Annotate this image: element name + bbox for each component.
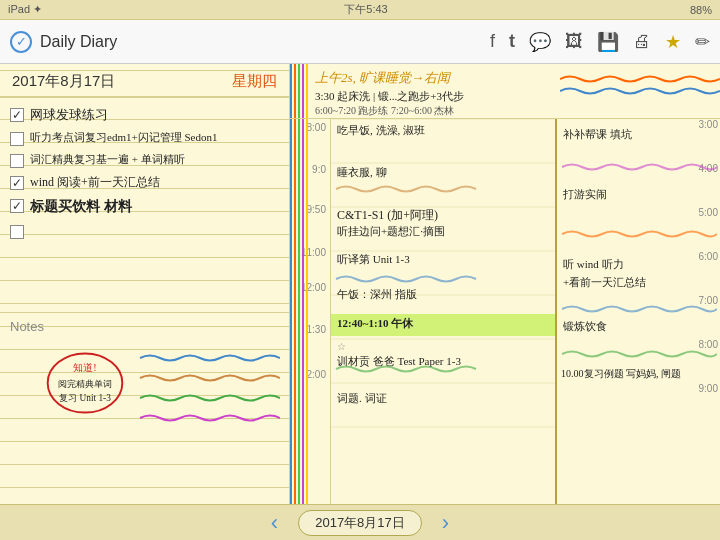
check-text-4: wind 阅读+前一天汇总结 bbox=[30, 174, 160, 191]
svg-text:6:00~7:20 跑步练  7:20~6:00 杰林: 6:00~7:20 跑步练 7:20~6:00 杰林 bbox=[315, 105, 454, 116]
sched-item: 训材贡 爸爸 Test Paper 1-3 bbox=[337, 354, 461, 369]
checkbox-4[interactable]: ✓ bbox=[10, 176, 24, 190]
save-icon[interactable]: 💾 bbox=[597, 31, 619, 53]
fr-time-label: 3:00 bbox=[699, 119, 718, 130]
left-panel: 2017年8月17日 星期四 ✓ 网球发球练习 听力考点词复习edm1+闪记管理… bbox=[0, 64, 290, 504]
fr-time-label: 6:00 bbox=[699, 251, 718, 262]
status-left: iPad ✦ bbox=[8, 3, 42, 16]
top-bar: ✓ Daily Diary f t 💬 🖼 💾 🖨 ★ ✏ bbox=[0, 20, 720, 64]
weekday-text: 星期四 bbox=[232, 72, 277, 91]
checkbox-2[interactable] bbox=[10, 132, 24, 146]
list-item: 听力考点词复习edm1+闪记管理 Sedon1 bbox=[10, 130, 279, 146]
nav-prev-button[interactable]: ‹ bbox=[271, 510, 278, 536]
fr-item: +看前一天汇总结 bbox=[563, 275, 646, 290]
far-right-column: 3:00 4:00 5:00 6:00 7:00 8:00 9:00 补补帮课 … bbox=[555, 119, 720, 504]
nav-next-button[interactable]: › bbox=[442, 510, 449, 536]
svg-text:知道!: 知道! bbox=[73, 362, 96, 373]
check-text-5: 标题买饮料 材料 bbox=[30, 197, 132, 217]
time-label: 12:00 bbox=[301, 282, 326, 293]
top-bar-right: f t 💬 🖼 💾 🖨 ★ ✏ bbox=[490, 31, 710, 53]
twitter-icon[interactable]: t bbox=[509, 31, 515, 52]
date-text: 2017年8月17日 bbox=[12, 72, 115, 91]
time-label: 1:30 bbox=[307, 324, 326, 335]
checklist: ✓ 网球发球练习 听力考点词复习edm1+闪记管理 Sedon1 词汇精典复习基… bbox=[0, 98, 289, 312]
wavy-far-right bbox=[557, 119, 717, 429]
chat-icon[interactable]: 💬 bbox=[529, 31, 551, 53]
fr-time-label: 4:00 bbox=[699, 163, 718, 174]
status-bar: iPad ✦ 下午5:43 88% bbox=[0, 0, 720, 20]
svg-text:3:30 起床洗 | 锻...之跑步+3代步: 3:30 起床洗 | 锻...之跑步+3代步 bbox=[315, 90, 464, 102]
sched-item: 词题. 词证 bbox=[337, 391, 387, 406]
fr-time-label: 5:00 bbox=[699, 207, 718, 218]
list-item: 词汇精典复习基一遍 + 单词精听 bbox=[10, 152, 279, 168]
notes-label: Notes bbox=[10, 319, 279, 334]
svg-point-0 bbox=[48, 353, 123, 412]
image-icon[interactable]: 🖼 bbox=[565, 31, 583, 52]
time-label: 9:50 bbox=[307, 204, 326, 215]
status-battery: 88% bbox=[690, 4, 712, 16]
top-wavy bbox=[560, 69, 720, 99]
checkbox-6[interactable] bbox=[10, 225, 24, 239]
time-column-left: 8:00 9:0 9:50 11:00 12:00 1:30 2:00 bbox=[290, 119, 330, 504]
sched-item: ☆ bbox=[337, 341, 346, 352]
fr-item: 听 wind 听力 bbox=[563, 257, 624, 272]
list-item bbox=[10, 223, 279, 239]
nav-date-label: 2017年8月17日 bbox=[298, 510, 422, 536]
checkbox-3[interactable] bbox=[10, 154, 24, 168]
sched-item: 睡衣服, 聊 bbox=[337, 165, 387, 180]
notes-content: 知道! 阅完精典单词 复习 Unit 1-3 bbox=[10, 338, 279, 498]
svg-text:上午2s, 旷课睡觉→右闻: 上午2s, 旷课睡觉→右闻 bbox=[315, 70, 452, 85]
fr-time-label: 9:00 bbox=[699, 383, 718, 394]
fr-item: 补补帮课 填坑 bbox=[563, 127, 632, 142]
check-text-3: 词汇精典复习基一遍 + 单词精听 bbox=[30, 152, 185, 167]
svg-text:复习 Unit 1-3: 复习 Unit 1-3 bbox=[59, 393, 111, 403]
date-header: 2017年8月17日 星期四 bbox=[0, 64, 289, 98]
app-title: Daily Diary bbox=[40, 33, 117, 51]
list-item: ✓ 标题买饮料 材料 bbox=[10, 197, 279, 217]
check-text-2: 听力考点词复习edm1+闪记管理 Sedon1 bbox=[30, 130, 217, 145]
top-bar-left: ✓ Daily Diary bbox=[10, 31, 490, 53]
wavy-decoration-notes bbox=[10, 338, 280, 428]
sched-item: 听译第 Unit 1-3 bbox=[337, 252, 410, 267]
checkbox-5[interactable]: ✓ bbox=[10, 199, 24, 213]
sched-item: 12:40~1:10 午休 bbox=[337, 316, 413, 331]
facebook-icon[interactable]: f bbox=[490, 31, 495, 52]
check-text-1: 网球发球练习 bbox=[30, 106, 108, 124]
sched-item: 午饭：深州 指版 bbox=[337, 287, 417, 302]
sched-item: 听挂边问+题想汇·摘围 bbox=[337, 224, 445, 239]
list-item: ✓ wind 阅读+前一天汇总结 bbox=[10, 174, 279, 191]
time-label: 8:00 bbox=[307, 122, 326, 133]
sched-item: C&T1-S1 (加+阿理) bbox=[337, 207, 438, 224]
time-label: 11:00 bbox=[301, 247, 326, 258]
svg-text:阅完精典单词: 阅完精典单词 bbox=[58, 379, 112, 389]
notes-section: Notes 知道! 阅完精典单词 复习 Unit 1-3 bbox=[0, 312, 289, 504]
fr-item: 10.00复习例题 写妈妈, 闸题 bbox=[561, 367, 681, 381]
fr-item: 锻炼饮食 bbox=[563, 319, 607, 334]
sched-item: 吃早饭, 洗澡, 淑班 bbox=[337, 123, 425, 138]
list-item: ✓ 网球发球练习 bbox=[10, 106, 279, 124]
fr-time-label: 8:00 bbox=[699, 339, 718, 350]
right-panel: 上午2s, 旷课睡觉→右闻 3:30 起床洗 | 锻...之跑步+3代步 6:0… bbox=[290, 64, 720, 504]
print-icon[interactable]: 🖨 bbox=[633, 31, 651, 52]
bottom-bar: ‹ 2017年8月17日 › bbox=[0, 504, 720, 540]
schedule-main: 吃早饭, 洗澡, 淑班 睡衣服, 聊 C&T1-S1 (加+阿理) 听挂边问+题… bbox=[330, 119, 555, 504]
star-icon[interactable]: ★ bbox=[665, 31, 681, 53]
stamp-icon: 知道! 阅完精典单词 复习 Unit 1-3 bbox=[40, 348, 130, 418]
time-label: 9:0 bbox=[312, 164, 326, 175]
status-time: 下午5:43 bbox=[344, 2, 387, 17]
edit-icon[interactable]: ✏ bbox=[695, 31, 710, 53]
fr-time-label: 7:00 bbox=[699, 295, 718, 306]
schedule-container: 8:00 9:0 9:50 11:00 12:00 1:30 2:00 bbox=[290, 119, 720, 504]
checkbox-1[interactable]: ✓ bbox=[10, 108, 24, 122]
fr-item: 打游实闹 bbox=[563, 187, 607, 202]
main-content: 2017年8月17日 星期四 ✓ 网球发球练习 听力考点词复习edm1+闪记管理… bbox=[0, 64, 720, 504]
time-label: 2:00 bbox=[307, 369, 326, 380]
check-icon: ✓ bbox=[10, 31, 32, 53]
